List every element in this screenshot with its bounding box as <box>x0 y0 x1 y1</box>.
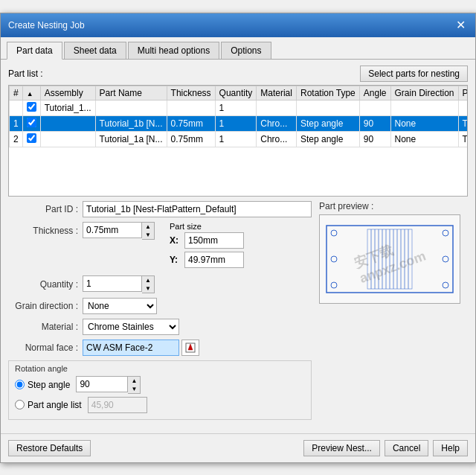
part-preview-svg <box>323 218 457 300</box>
normal-face-row: Normal face : <box>8 339 312 356</box>
svg-marker-1 <box>188 344 193 350</box>
cell-angle: 90 <box>359 115 390 131</box>
quantity-spin-buttons: ▲ ▼ <box>142 275 155 293</box>
cell-part-name: Tutorial_1b [N... <box>95 115 167 131</box>
quantity-spin-up[interactable]: ▲ <box>142 276 154 284</box>
col-part-id: Part ID <box>458 86 468 100</box>
part-id-input[interactable] <box>83 201 312 217</box>
col-part-name: Part Name <box>95 86 167 100</box>
part-size-x-row: X: <box>170 232 244 249</box>
material-select[interactable]: Chrome Stainles <box>83 319 179 335</box>
tab-sheet-data[interactable]: Sheet data <box>64 42 126 59</box>
material-row: Material : Chrome Stainles <box>8 319 312 335</box>
svg-point-3 <box>331 230 337 236</box>
table-row[interactable]: 2 Tutorial_1a [N... 0.75mm 1 Chro... Ste… <box>10 131 469 147</box>
thickness-input[interactable] <box>83 222 142 238</box>
thickness-label: Thickness : <box>8 226 83 236</box>
col-rotation-type: Rotation Type <box>296 86 359 100</box>
grain-row: Grain direction : None X Y <box>8 298 312 314</box>
col-sort[interactable] <box>22 86 40 100</box>
col-quantity: Quantity <box>215 86 257 100</box>
parts-table: # Assembly Part Name Thickness Quantity … <box>9 86 468 147</box>
svg-point-8 <box>443 256 448 262</box>
preview-nest-button[interactable]: Preview Nest... <box>303 440 380 456</box>
rotation-angle-group: Rotation angle Step angle ▲ ▼ <box>8 360 312 420</box>
cell-angle <box>359 100 390 115</box>
cell-grain <box>390 100 458 115</box>
help-button[interactable]: Help <box>433 440 468 456</box>
part-angle-radio[interactable] <box>15 400 25 409</box>
part-angle-label: Part angle list <box>28 400 82 410</box>
x-input[interactable] <box>184 232 244 249</box>
thickness-spin-up[interactable]: ▲ <box>142 223 154 231</box>
rotation-angle-title: Rotation angle <box>15 364 305 373</box>
step-angle-spin-up[interactable]: ▲ <box>128 377 140 385</box>
svg-point-6 <box>443 282 448 288</box>
grain-select[interactable]: None X Y <box>83 298 157 314</box>
footer-right-buttons: Preview Nest... Cancel Help <box>303 440 468 456</box>
tab-options[interactable]: Options <box>221 42 271 59</box>
create-nesting-dialog: Create Nesting Job ✕ Part data Sheet dat… <box>0 13 476 463</box>
cell-thickness <box>167 100 215 115</box>
step-angle-spin-down[interactable]: ▼ <box>128 385 140 393</box>
tab-multi-head-options[interactable]: Multi head options <box>128 42 219 59</box>
quantity-spin-down[interactable]: ▼ <box>142 284 154 293</box>
thickness-partsize-row: Thickness : ▲ ▼ Part size X: <box>8 222 312 271</box>
normal-face-pick-button[interactable] <box>181 339 199 356</box>
part-list-label: Part list : <box>8 68 43 79</box>
close-button[interactable]: ✕ <box>453 18 468 33</box>
cell-quantity: 1 <box>215 131 257 147</box>
quantity-row: Quantity : ▲ ▼ <box>8 275 312 293</box>
normal-face-input-group <box>83 339 199 356</box>
col-num: # <box>10 86 23 100</box>
table-row[interactable]: 1 Tutorial_1b [N... 0.75mm 1 Chro... Ste… <box>10 115 469 131</box>
cell-check[interactable] <box>22 100 40 115</box>
col-material: Material <box>257 86 297 100</box>
cell-grain: None <box>390 115 458 131</box>
cell-num: 2 <box>10 131 23 147</box>
preview-box: 安下载anpxz.com <box>319 214 460 304</box>
table-row[interactable]: Tutorial_1... 1 <box>10 100 469 115</box>
step-angle-radio[interactable] <box>15 380 25 389</box>
cell-assembly <box>40 115 95 131</box>
cell-rotation-type <box>296 100 359 115</box>
y-label: Y: <box>170 255 184 265</box>
normal-face-label: Normal face : <box>8 342 83 353</box>
thickness-spin-down[interactable]: ▼ <box>142 231 154 239</box>
cell-assembly: Tutorial_1... <box>40 100 95 115</box>
parts-table-container[interactable]: # Assembly Part Name Thickness Quantity … <box>8 85 468 197</box>
part-size-group: Part size X: Y: <box>170 222 244 271</box>
title-bar: Create Nesting Job ✕ <box>1 13 475 37</box>
select-parts-button[interactable]: Select parts for nesting <box>360 66 468 82</box>
quantity-spinner: ▲ ▼ <box>83 275 155 293</box>
y-input[interactable] <box>184 252 244 268</box>
normal-face-input[interactable] <box>83 339 179 356</box>
cell-part-name: Tutorial_1a [N... <box>95 131 167 147</box>
step-angle-row: Step angle ▲ ▼ <box>15 376 305 394</box>
quantity-label: Quantity : <box>8 279 83 290</box>
step-angle-input[interactable] <box>76 376 128 392</box>
part-angle-input[interactable] <box>88 397 147 413</box>
preview-label: Part preview : <box>319 201 468 211</box>
cell-rotation-type: Step angle <box>296 131 359 147</box>
thickness-spinner: ▲ ▼ <box>83 222 155 240</box>
step-angle-spin-buttons: ▲ ▼ <box>128 376 141 394</box>
form-left-panel: Part ID : Thickness : ▲ ▼ <box>8 201 312 420</box>
cell-part-name <box>95 100 167 115</box>
col-grain: Grain Direction <box>390 86 458 100</box>
cell-part-id: Tutorial <box>458 131 468 147</box>
cell-quantity: 1 <box>215 115 257 131</box>
cell-material: Chro... <box>257 115 297 131</box>
restore-defaults-button[interactable]: Restore Defaults <box>8 440 91 456</box>
material-label: Material : <box>8 322 83 332</box>
svg-point-5 <box>331 282 337 288</box>
thickness-group: Thickness : ▲ ▼ <box>8 222 155 240</box>
cell-angle: 90 <box>359 131 390 147</box>
cell-material: Chro... <box>257 131 297 147</box>
quantity-input[interactable] <box>83 275 142 292</box>
cell-check[interactable] <box>22 115 40 131</box>
table-header-row: # Assembly Part Name Thickness Quantity … <box>10 86 469 100</box>
tab-part-data[interactable]: Part data <box>7 42 62 60</box>
cancel-button[interactable]: Cancel <box>385 440 428 456</box>
cell-check[interactable] <box>22 131 40 147</box>
